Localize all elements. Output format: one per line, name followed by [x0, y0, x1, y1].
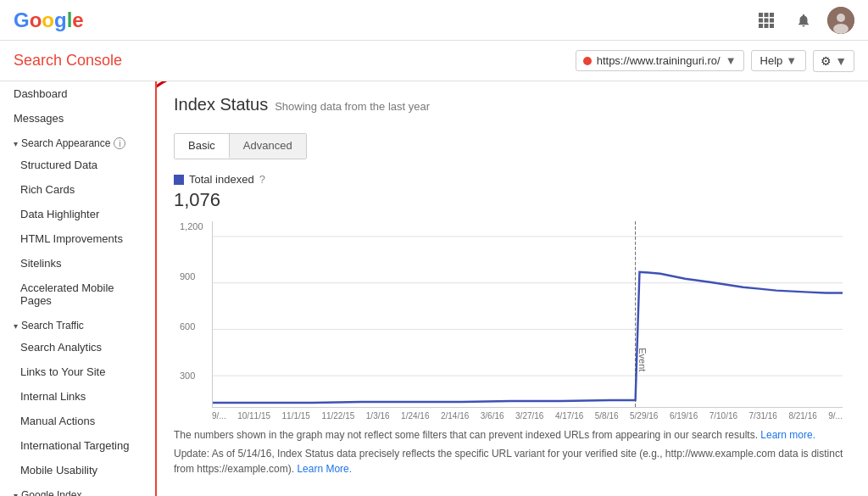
sidebar-header-google-index: ▾ Google Index [0, 482, 155, 496]
sidebar-header-search-appearance: ▾ Search Appearance i [0, 131, 155, 153]
sc-right-controls: https://www.traininguri.ro/ ▼ Help ▼ ⚙ ▼ [576, 50, 854, 72]
gear-button[interactable]: ⚙ ▼ [813, 50, 854, 72]
gear-chevron: ▼ [835, 54, 847, 68]
legend: Total indexed ? [174, 173, 851, 186]
sidebar-item-manual-actions[interactable]: Manual Actions [0, 409, 155, 433]
sc-title: Search Console [14, 52, 122, 70]
accelerated-mobile-label: Accelerated Mobile Pages [20, 281, 142, 307]
x-label-214: 2/14/16 [441, 411, 469, 421]
x-label-124: 1/24/16 [401, 411, 429, 421]
info-icon: i [114, 137, 125, 149]
structured-data-label: Structured Data [20, 159, 97, 171]
sidebar-item-html-improvements[interactable]: HTML Improvements [0, 226, 155, 251]
x-label-1122: 11/22/15 [321, 411, 354, 421]
footer-note-1: The numbers shown in the graph may not r… [174, 427, 851, 443]
google-logo: Google [14, 8, 84, 32]
messages-label: Messages [14, 112, 64, 125]
svg-rect-4 [765, 18, 769, 22]
svg-text:Event: Event [637, 348, 648, 371]
x-label-111: 11/1/15 [282, 411, 310, 421]
tab-advanced[interactable]: Advanced [230, 134, 306, 159]
x-label-821: 8/21/16 [788, 411, 816, 421]
page-title: Index Status [174, 95, 268, 114]
x-label-731: 7/31/16 [749, 411, 777, 421]
internal-links-label: Internal Links [20, 390, 86, 403]
footer-notes: The numbers shown in the graph may not r… [174, 427, 851, 476]
x-label-36: 3/6/16 [481, 411, 504, 421]
sidebar-item-rich-cards[interactable]: Rich Cards [0, 177, 155, 202]
svg-point-11 [833, 24, 849, 34]
gear-icon: ⚙ [821, 54, 832, 68]
x-label-619: 6/19/16 [670, 411, 698, 421]
svg-rect-0 [759, 13, 763, 17]
legend-value: 1,076 [174, 189, 851, 211]
sidebar: Dashboard Messages ▾ Search Appearance i… [0, 81, 157, 496]
manual-actions-label: Manual Actions [20, 415, 95, 427]
data-highlighter-label: Data Highlighter [20, 208, 99, 220]
main-layout: Dashboard Messages ▾ Search Appearance i… [0, 81, 868, 496]
x-label-9end: 9/... [828, 411, 843, 421]
help-chevron: ▼ [786, 54, 797, 67]
mobile-usability-label: Mobile Usability [20, 464, 97, 476]
sidebar-item-accelerated-mobile[interactable]: Accelerated Mobile Pages [0, 276, 155, 313]
sidebar-item-mobile-usability[interactable]: Mobile Usability [0, 458, 155, 482]
sidebar-item-messages[interactable]: Messages [0, 106, 155, 131]
search-traffic-label: Search Traffic [21, 320, 84, 332]
grid-icon[interactable] [753, 7, 780, 34]
legend-color-indicator [174, 175, 184, 185]
google-bar: Google [0, 0, 868, 41]
title-row: Index Status Showing data from the last … [174, 95, 851, 123]
sidebar-item-international-targeting[interactable]: International Targeting [0, 433, 155, 458]
rich-cards-label: Rich Cards [20, 183, 75, 196]
y-label-900: 900 [180, 271, 203, 281]
x-label-327: 3/27/16 [515, 411, 543, 421]
x-label-417: 4/17/16 [555, 411, 583, 421]
chart-wrapper: 1,200 900 600 300 [174, 221, 851, 421]
help-button[interactable]: Help ▼ [751, 50, 807, 71]
svg-rect-7 [765, 24, 769, 28]
chart-area: 1,200 900 600 300 [212, 221, 843, 421]
top-right-icons [753, 7, 854, 34]
learn-more-link-1[interactable]: Learn more. [760, 429, 815, 441]
learn-more-link-2[interactable]: Learn More. [297, 463, 352, 475]
x-label-710: 7/10/16 [709, 411, 737, 421]
tab-basic[interactable]: Basic [175, 134, 230, 159]
legend-label: Total indexed [189, 173, 254, 186]
avatar[interactable] [827, 7, 854, 34]
links-to-your-site-label: Links to Your Site [20, 365, 105, 378]
sidebar-item-dashboard[interactable]: Dashboard [0, 81, 155, 106]
x-label-1011: 10/11/15 [237, 411, 270, 421]
html-improvements-label: HTML Improvements [20, 232, 123, 245]
sidebar-item-internal-links[interactable]: Internal Links [0, 384, 155, 409]
y-label-1200: 1,200 [180, 221, 203, 231]
sidebar-item-sitelinks[interactable]: Sitelinks [0, 251, 155, 276]
main-content: Index Status Showing data from the last … [157, 81, 868, 496]
google-index-label: Google Index [21, 489, 81, 496]
chart-container: Event [212, 221, 843, 408]
chart-y-labels: 1,200 900 600 300 [180, 221, 203, 421]
url-selector[interactable]: https://www.traininguri.ro/ ▼ [576, 50, 744, 71]
tab-bar: Basic Advanced [174, 133, 307, 159]
x-label-58: 5/8/16 [595, 411, 619, 421]
chart-x-labels: 9/... 10/11/15 11/1/15 11/22/15 1/3/16 1… [212, 411, 843, 421]
svg-rect-3 [759, 18, 763, 22]
dashboard-label: Dashboard [14, 87, 68, 100]
sidebar-header-search-traffic: ▾ Search Traffic [0, 313, 155, 335]
chart-svg: Event [213, 221, 843, 407]
bell-icon[interactable] [790, 7, 817, 34]
search-analytics-label: Search Analytics [20, 341, 102, 354]
svg-point-10 [837, 14, 845, 22]
url-text: https://www.traininguri.ro/ [597, 54, 721, 67]
svg-rect-1 [765, 13, 769, 17]
sidebar-item-links-to-your-site[interactable]: Links to Your Site [0, 359, 155, 384]
url-chevron: ▼ [726, 54, 737, 67]
triangle-icon-3: ▾ [14, 491, 18, 497]
svg-rect-6 [759, 24, 763, 28]
svg-rect-2 [770, 13, 774, 17]
sidebar-item-data-highlighter[interactable]: Data Highlighter [0, 202, 155, 226]
x-label-529: 5/29/16 [630, 411, 658, 421]
sitelinks-label: Sitelinks [20, 257, 61, 270]
sidebar-item-structured-data[interactable]: Structured Data [0, 153, 155, 177]
sidebar-section: Dashboard Messages ▾ Search Appearance i… [0, 81, 155, 496]
sidebar-item-search-analytics[interactable]: Search Analytics [0, 335, 155, 359]
